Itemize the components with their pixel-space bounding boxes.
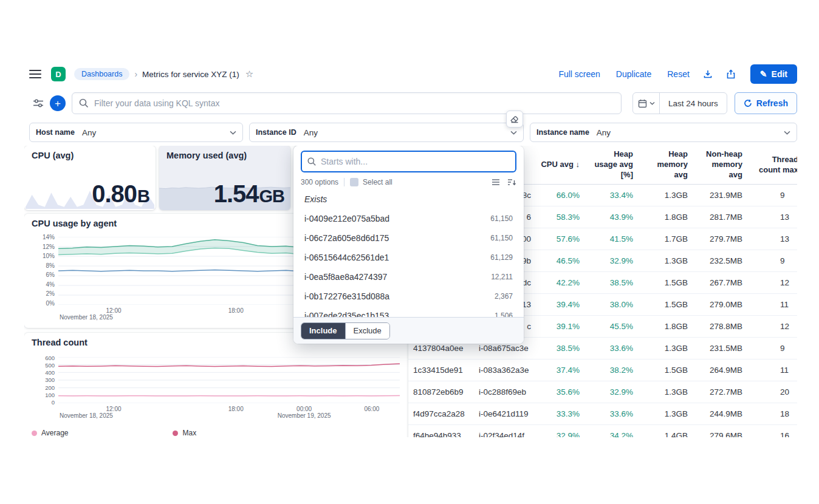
filter-options-icon[interactable] bbox=[29, 92, 47, 114]
breadcrumb-dashboards[interactable]: Dashboards bbox=[74, 68, 129, 80]
select-all-label: Select all bbox=[363, 178, 392, 186]
view-options-icon[interactable] bbox=[492, 179, 500, 186]
include-button[interactable]: Include bbox=[301, 323, 345, 339]
legend-item[interactable]: Max bbox=[173, 429, 196, 437]
table-cell: 11 bbox=[746, 366, 797, 375]
table-row: f4d97cca2a28i-0e6421d11933.3%33.6%1.3GB2… bbox=[408, 403, 797, 425]
x-axis-labels: 12:0018:0000:00November 19, 202506:00Nov… bbox=[58, 406, 400, 421]
table-cell: i-08a675ac3e bbox=[479, 344, 535, 353]
exists-option[interactable]: Exists bbox=[293, 189, 524, 209]
option-row[interactable]: i-0b172276e315d088a2,367 bbox=[293, 287, 524, 306]
table-cell: 33.3% bbox=[535, 409, 583, 418]
clear-control-selections-button[interactable] bbox=[506, 111, 523, 128]
table-cell: 57.6% bbox=[535, 234, 583, 243]
legend-item[interactable]: Average bbox=[32, 429, 68, 437]
table-cell: i-083a362a3e bbox=[479, 366, 535, 375]
table-cell: 66.0% bbox=[535, 191, 583, 200]
favorite-star-icon[interactable]: ☆ bbox=[245, 69, 253, 80]
option-row[interactable]: i-007ede2d35ec1b1531,506 bbox=[293, 306, 524, 317]
thread-count-chart bbox=[58, 357, 400, 403]
table-cell: f4d97cca2a28 bbox=[413, 409, 479, 418]
table-cell: 9 bbox=[746, 191, 797, 200]
top-navigation-bar: D Dashboards › Metrics for service XYZ (… bbox=[29, 64, 797, 84]
table-cell: 1.8GB bbox=[637, 322, 691, 331]
table-cell: f64be94b933 bbox=[413, 431, 479, 437]
option-row[interactable]: i-06c72a605e8d6d17561,150 bbox=[293, 228, 524, 248]
option-row[interactable]: i-0409e212e075a5bad61,150 bbox=[293, 209, 524, 228]
exclude-button[interactable]: Exclude bbox=[345, 323, 389, 339]
download-icon[interactable] bbox=[703, 69, 713, 79]
table-cell: 279.0MB bbox=[691, 300, 746, 309]
select-all-checkbox[interactable] bbox=[350, 178, 358, 186]
panel-title: Memory used (avg) bbox=[166, 151, 247, 160]
edit-button[interactable]: ✎ Edit bbox=[750, 64, 797, 84]
options-search-input[interactable] bbox=[321, 157, 510, 166]
kql-search-input[interactable] bbox=[72, 92, 622, 114]
cpu-avg-value: 0.80B bbox=[92, 180, 149, 208]
table-cell: 39.1% bbox=[535, 322, 583, 331]
panel-title: CPU usage by agent bbox=[32, 219, 117, 228]
table-cell: 12 bbox=[746, 322, 797, 331]
control-host-name[interactable]: Host name Any bbox=[29, 123, 243, 142]
table-cell: 4137804a0ee bbox=[413, 344, 479, 353]
instance-id-options-popover: 300 options Select all Exists i-0409e212… bbox=[293, 146, 524, 344]
space-avatar[interactable]: D bbox=[51, 67, 66, 81]
breadcrumb-current: Metrics for service XYZ (1) bbox=[142, 70, 239, 79]
table-cell: 33.6% bbox=[583, 344, 637, 353]
table-cell: 13 bbox=[746, 213, 797, 222]
table-cell: i-02f34ed14f bbox=[479, 431, 535, 437]
table-cell: 18 bbox=[746, 409, 797, 418]
add-filter-button[interactable]: + bbox=[50, 95, 66, 111]
table-cell: 20 bbox=[746, 387, 797, 397]
control-instance-id[interactable]: Instance ID Any bbox=[249, 123, 524, 142]
reset-button[interactable]: Reset bbox=[667, 69, 690, 79]
table-cell: 41.5% bbox=[583, 234, 637, 243]
table-cell: 231.9MB bbox=[691, 191, 746, 200]
full-screen-button[interactable]: Full screen bbox=[558, 69, 600, 79]
table-cell: i-0c288f69eb bbox=[479, 387, 535, 397]
control-instance-name[interactable]: Instance name Any bbox=[530, 123, 797, 142]
table-cell: 9 bbox=[746, 256, 797, 265]
table-cell: 1.3GB bbox=[637, 256, 691, 265]
table-cell: 1.5GB bbox=[637, 366, 691, 375]
chart-legend: AverageMax bbox=[32, 429, 196, 437]
cpu-avg-metric-panel: CPU (avg) 0.80B bbox=[24, 146, 156, 210]
table-cell: 38.5% bbox=[535, 344, 583, 353]
panel-title: CPU (avg) bbox=[32, 151, 74, 160]
column-header[interactable]: Heap usage avg [%] bbox=[583, 149, 637, 180]
refresh-button[interactable]: Refresh bbox=[735, 92, 797, 114]
table-cell: 37.4% bbox=[535, 366, 583, 375]
column-header[interactable]: Thread count max bbox=[746, 155, 797, 175]
column-header[interactable]: Non-heap memory avg bbox=[691, 149, 746, 180]
refresh-icon bbox=[744, 99, 752, 107]
option-row[interactable]: i-0ea5f8ae8a427439712,211 bbox=[293, 267, 524, 287]
column-header[interactable]: CPU avg ↓ bbox=[535, 160, 583, 170]
share-icon[interactable] bbox=[726, 69, 736, 79]
table-cell: 267.7MB bbox=[691, 278, 746, 287]
table-cell: 43.9% bbox=[583, 213, 637, 222]
duplicate-button[interactable]: Duplicate bbox=[616, 69, 651, 79]
y-axis-labels: 6005004003002001000 bbox=[29, 355, 55, 406]
table-cell: 810872eb6b9 bbox=[413, 387, 479, 397]
time-range-button[interactable]: Last 24 hours bbox=[660, 93, 727, 114]
table-cell: 279.7MB bbox=[691, 234, 746, 243]
table-cell: 32.9% bbox=[535, 431, 583, 437]
options-search bbox=[301, 151, 516, 172]
chevron-down-icon bbox=[510, 131, 523, 135]
menu-icon[interactable] bbox=[29, 70, 41, 78]
search-icon bbox=[78, 98, 89, 109]
eraser-icon bbox=[510, 114, 519, 124]
control-host-name-value: Any bbox=[81, 128, 230, 137]
sort-options-icon[interactable] bbox=[507, 179, 516, 186]
calendar-icon[interactable] bbox=[633, 93, 660, 114]
column-header[interactable]: Heap memory avg bbox=[637, 149, 691, 180]
table-cell: 32.9% bbox=[583, 256, 637, 265]
table-cell: 9 bbox=[746, 344, 797, 353]
table-cell: 45.5% bbox=[583, 322, 637, 331]
table-cell: 1.4GB bbox=[637, 431, 691, 437]
control-instance-id-value: Any bbox=[303, 128, 510, 137]
table-cell: 42.2% bbox=[535, 278, 583, 287]
table-cell: 279.6MB bbox=[691, 431, 746, 437]
option-row[interactable]: i-06515644c62561de161,129 bbox=[293, 248, 524, 267]
control-instance-name-value: Any bbox=[595, 128, 784, 137]
